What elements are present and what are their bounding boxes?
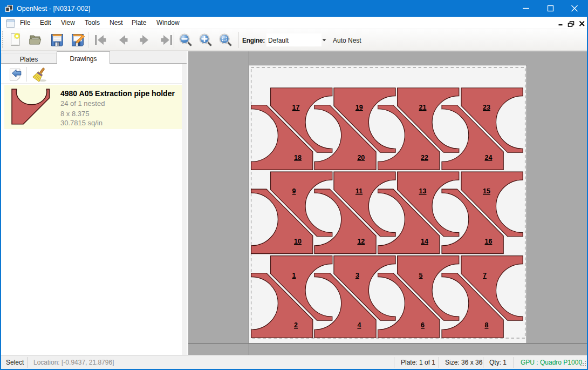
svg-text:2: 2 (294, 321, 298, 329)
svg-text:15: 15 (483, 187, 490, 195)
svg-text:11: 11 (355, 187, 363, 195)
svg-text:9: 9 (292, 187, 296, 195)
svg-text:1: 1 (292, 271, 296, 279)
svg-text:6: 6 (421, 321, 425, 329)
svg-text:23: 23 (483, 104, 490, 111)
svg-text:22: 22 (421, 153, 428, 161)
svg-text:18: 18 (294, 153, 302, 161)
svg-text:24: 24 (485, 153, 493, 161)
svg-text:16: 16 (485, 237, 493, 245)
svg-text:20: 20 (357, 153, 365, 161)
svg-text:10: 10 (294, 237, 302, 245)
svg-text:8: 8 (485, 321, 489, 329)
svg-text:5: 5 (419, 271, 423, 279)
svg-text:12: 12 (357, 237, 365, 245)
svg-text:19: 19 (355, 104, 363, 111)
svg-text:21: 21 (419, 104, 427, 111)
svg-text:14: 14 (421, 237, 428, 245)
svg-text:4: 4 (357, 321, 361, 329)
svg-text:7: 7 (483, 271, 487, 279)
svg-text:17: 17 (292, 104, 300, 111)
svg-text:13: 13 (419, 187, 427, 195)
svg-text:3: 3 (355, 271, 359, 279)
